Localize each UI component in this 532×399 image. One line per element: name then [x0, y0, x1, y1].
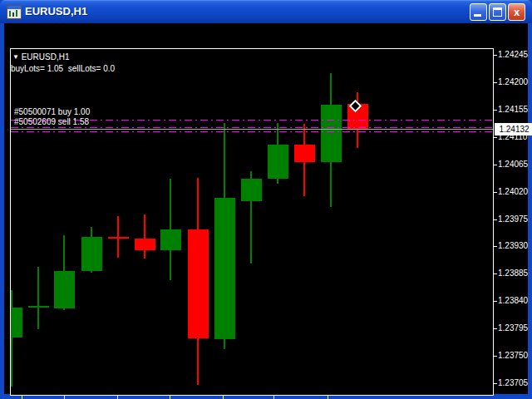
candle-body — [81, 237, 102, 271]
price-axis-label: 1.24065 — [498, 160, 528, 169]
price-axis-label: 1.23930 — [498, 241, 528, 250]
time-tick — [22, 396, 22, 399]
minimize-button[interactable] — [470, 3, 487, 21]
order-line-label: #50500071 buy 1.00 — [14, 107, 90, 116]
time-tick — [273, 396, 274, 399]
chevron-down-icon[interactable]: ▼ — [12, 53, 19, 61]
maximize-button[interactable] — [489, 3, 506, 21]
price-axis-label: 1.23975 — [498, 214, 528, 224]
time-tick — [223, 396, 224, 399]
close-button[interactable]: x — [508, 3, 525, 21]
price-tick — [494, 110, 497, 111]
window-title: EURUSD,H1 — [25, 5, 87, 17]
price-tick — [494, 328, 497, 329]
time-tick — [117, 396, 118, 399]
price-axis-label: 1.23705 — [498, 378, 528, 387]
minimize-icon — [474, 14, 481, 17]
price-tick — [494, 246, 497, 247]
candle-body — [294, 145, 315, 162]
time-tick — [328, 396, 328, 399]
time-tick — [64, 396, 65, 399]
candle-body — [160, 229, 181, 250]
order-line — [11, 131, 493, 132]
candle-body — [28, 306, 49, 308]
title-bar[interactable]: EURUSD,H1 x — [0, 0, 532, 23]
current-price-box: 1.24132 — [495, 123, 532, 135]
price-axis-label: 1.23795 — [498, 323, 528, 332]
candle-body — [135, 239, 155, 250]
price-axis-label: 1.23840 — [498, 296, 528, 305]
price-tick — [494, 55, 497, 56]
chart-window-icon — [7, 5, 22, 19]
maximize-icon — [493, 7, 502, 17]
time-tick — [170, 396, 170, 399]
candle-wick — [11, 290, 12, 387]
symbol-header: ▼ EURUSD,H1 — [12, 52, 70, 62]
symbol-header-label: EURUSD,H1 — [19, 52, 70, 62]
candle-wick — [144, 214, 145, 259]
price-tick — [494, 273, 497, 274]
candle-body — [241, 179, 262, 201]
candle-body — [11, 308, 22, 337]
price-tick — [494, 219, 497, 220]
price-axis-label: 1.24020 — [498, 187, 528, 196]
chart-client-area: ▼ EURUSD,H1 buyLots= 1.05 sellLots= 0.0 … — [4, 23, 528, 394]
candle-body — [321, 105, 342, 162]
order-line — [11, 127, 493, 128]
lots-status-line: buyLots= 1.05 sellLots= 0.0 — [11, 64, 115, 73]
close-icon: x — [509, 4, 525, 20]
candle-body — [188, 229, 209, 338]
bid-price-line — [11, 129, 493, 130]
price-tick — [494, 137, 497, 138]
price-axis-label: 1.24245 — [498, 50, 528, 59]
candle-body — [214, 198, 235, 339]
candle-body — [54, 271, 75, 308]
chart-window: EURUSD,H1 x ▼ EURUSD,H1 buyLots= 1.05 se… — [0, 0, 532, 399]
plot-area[interactable] — [11, 49, 493, 395]
price-axis-label: 1.24155 — [498, 105, 528, 114]
price-tick — [494, 356, 497, 357]
candle-body — [268, 145, 288, 179]
price-tick — [494, 192, 497, 193]
candle-wick — [37, 267, 39, 329]
price-tick — [494, 383, 497, 384]
price-axis-label: 1.23750 — [498, 351, 528, 360]
price-tick — [494, 82, 497, 83]
price-axis-label: 1.24200 — [498, 77, 528, 86]
price-tick — [494, 165, 497, 165]
candle-body — [108, 237, 129, 239]
order-line-label: #50502609 sell 1.58 — [14, 117, 89, 126]
price-axis-label: 1.23885 — [498, 268, 528, 278]
price-tick — [494, 301, 497, 302]
